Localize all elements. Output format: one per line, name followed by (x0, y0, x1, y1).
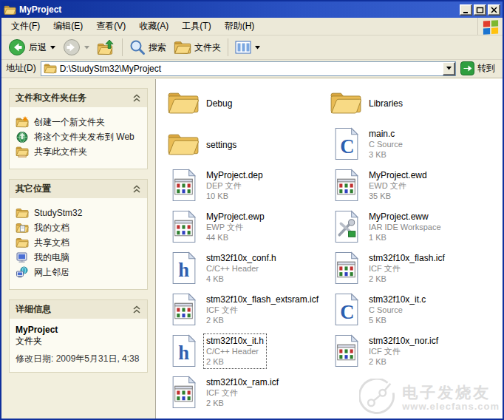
task-publish-web[interactable]: 将这个文件夹发布到 Web (16, 132, 141, 143)
menu-bar: 文件(F) 编辑(E) 查看(V) 收藏(A) 工具(T) 帮助(H) (1, 18, 503, 35)
file-tile-myproject-dep[interactable]: MyProject.dep DEP 文件 10 KB (166, 168, 330, 202)
maximize-button[interactable] (474, 4, 486, 16)
collapse-chevron-icon[interactable] (132, 185, 141, 193)
file-list-area[interactable]: Debug settings MyProject.dep DEP 文件 10 K… (155, 79, 503, 419)
my-computer-icon (16, 251, 29, 263)
address-dropdown-button[interactable] (443, 62, 455, 75)
file-tile-myproject-eww[interactable]: MyProject.eww IAR IDE Workspace 1 KB (329, 209, 493, 243)
header-file-icon (166, 251, 200, 285)
watermark-logo-icon (359, 379, 398, 417)
minimize-button[interactable] (460, 4, 472, 16)
window-folder-icon (4, 4, 16, 16)
file-tile-it-h-selected[interactable]: stm32f10x_it.h C/C++ Header 2 KB (166, 333, 330, 368)
panel-details-header[interactable]: 详细信息 (10, 300, 147, 319)
panel-other-places-header[interactable]: 其它位置 (10, 180, 147, 198)
back-label: 后退 (29, 41, 47, 54)
address-folder-icon (44, 63, 57, 74)
place-label: 网上邻居 (34, 267, 69, 278)
folder-icon (166, 85, 200, 119)
folders-button[interactable]: 文件夹 (170, 38, 225, 56)
address-path[interactable]: D:\StudyStm32\MyProject (57, 64, 443, 74)
network-places-icon (16, 266, 29, 278)
config-file-icon (166, 168, 200, 202)
task-label: 创建一个新文件夹 (34, 117, 105, 128)
workspace-tools-icon (329, 209, 363, 243)
back-dropdown-icon[interactable] (50, 46, 55, 50)
details-folder-name: MyProject (16, 325, 141, 335)
address-label: 地址(D) (4, 62, 41, 75)
file-tile-settings[interactable]: settings (166, 126, 330, 160)
place-my-computer[interactable]: 我的电脑 (16, 252, 141, 263)
collapse-chevron-icon[interactable] (132, 94, 141, 102)
back-button[interactable]: 后退 (4, 37, 59, 58)
search-button[interactable]: 搜索 (126, 38, 170, 57)
file-tile-myproject-ewp[interactable]: MyProject.ewp EWP 文件 44 KB (166, 209, 330, 243)
title-bar: MyProject (1, 1, 503, 18)
config-file-icon (329, 168, 363, 202)
place-network-places[interactable]: 网上邻居 (16, 267, 141, 278)
menu-file[interactable]: 文件(F) (4, 18, 47, 35)
menu-favorites[interactable]: 收藏(A) (132, 18, 175, 35)
menu-help[interactable]: 帮助(H) (218, 18, 262, 35)
views-button[interactable] (231, 38, 264, 56)
watermark-brand: 电子发烧友 (402, 385, 500, 401)
c-source-icon (329, 126, 363, 160)
c-source-icon (329, 292, 363, 326)
up-button[interactable] (93, 38, 119, 57)
task-new-folder[interactable]: 创建一个新文件夹 (16, 117, 141, 128)
place-my-documents[interactable]: 我的文档 (16, 223, 141, 234)
menu-view[interactable]: 查看(V) (89, 18, 132, 35)
views-icon (235, 40, 251, 55)
file-tile-main-c[interactable]: main.c C Source 3 KB (329, 126, 493, 160)
config-file-icon (166, 209, 200, 243)
panel-file-tasks-title: 文件和文件夹任务 (16, 92, 132, 104)
config-file-icon (329, 251, 363, 285)
sidebar: 文件和文件夹任务 创建一个新文件夹 (1, 79, 155, 419)
new-folder-icon (16, 116, 29, 128)
go-button[interactable]: 转到 (456, 61, 500, 75)
file-tile-libraries[interactable]: Libraries (329, 85, 493, 119)
explorer-window: MyProject 文件(F) 编辑(E) 查看(V) 收藏(A) 工具(T) … (0, 0, 504, 420)
panel-file-tasks: 文件和文件夹任务 创建一个新文件夹 (9, 88, 148, 169)
file-tile-nor-icf[interactable]: stm32f10x_nor.icf ICF 文件 2 KB (329, 333, 493, 368)
watermark: 电子发烧友 www.elecfans.com (359, 379, 500, 417)
search-icon (129, 39, 146, 55)
my-documents-icon (16, 222, 29, 234)
file-tile-flash-icf[interactable]: stm32f10x_flash.icf ICF 文件 2 KB (329, 251, 493, 285)
folder-icon (16, 207, 29, 219)
menu-edit[interactable]: 编辑(E) (47, 18, 89, 35)
task-share-folder[interactable]: 共享此文件夹 (16, 146, 141, 158)
place-label: 我的文档 (34, 223, 69, 234)
views-dropdown-icon[interactable] (255, 46, 260, 50)
config-file-icon (166, 375, 200, 409)
forward-dropdown-icon[interactable] (84, 46, 89, 50)
file-tile-debug[interactable]: Debug (166, 85, 330, 119)
config-file-icon (166, 292, 200, 326)
file-tile-conf-h[interactable]: stm32f10x_conf.h C/C++ Header 4 KB (166, 251, 330, 285)
details-modified: 修改日期: 2009年5月31日, 4:38 (16, 353, 141, 365)
file-tile-it-c[interactable]: stm32f10x_it.c C Source 5 KB (329, 292, 493, 326)
window-title: MyProject (19, 4, 458, 15)
file-tile-ram-icf[interactable]: stm32f10x_ram.icf ICF 文件 2 KB (166, 375, 330, 409)
toolbar: 后退 搜索 文件夹 (1, 35, 503, 60)
folder-icon (329, 85, 363, 119)
config-file-icon (329, 333, 363, 368)
forward-button[interactable] (59, 37, 93, 58)
task-label: 共享此文件夹 (34, 146, 87, 158)
file-tile-myproject-ewd[interactable]: MyProject.ewd EWD 文件 35 KB (329, 168, 493, 202)
close-button[interactable] (488, 4, 500, 16)
panel-file-tasks-header[interactable]: 文件和文件夹任务 (10, 89, 147, 107)
menu-tools[interactable]: 工具(T) (175, 18, 217, 35)
place-label: StudyStm32 (34, 208, 82, 219)
search-label: 搜索 (149, 41, 166, 54)
collapse-chevron-icon[interactable] (132, 305, 141, 314)
up-folder-icon (97, 39, 115, 55)
windows-logo-icon (477, 18, 503, 35)
panel-details-title: 详细信息 (16, 303, 132, 316)
place-studystm32[interactable]: StudyStm32 (16, 208, 141, 219)
address-combobox[interactable]: D:\StudyStm32\MyProject (41, 61, 456, 76)
file-tile-flash-extsram-icf[interactable]: stm32f10x_flash_extsram.icf ICF 文件 2 KB (166, 292, 330, 326)
place-label: 我的电脑 (34, 252, 69, 263)
place-shared-documents[interactable]: 共享文档 (16, 237, 141, 248)
back-icon (8, 38, 26, 56)
